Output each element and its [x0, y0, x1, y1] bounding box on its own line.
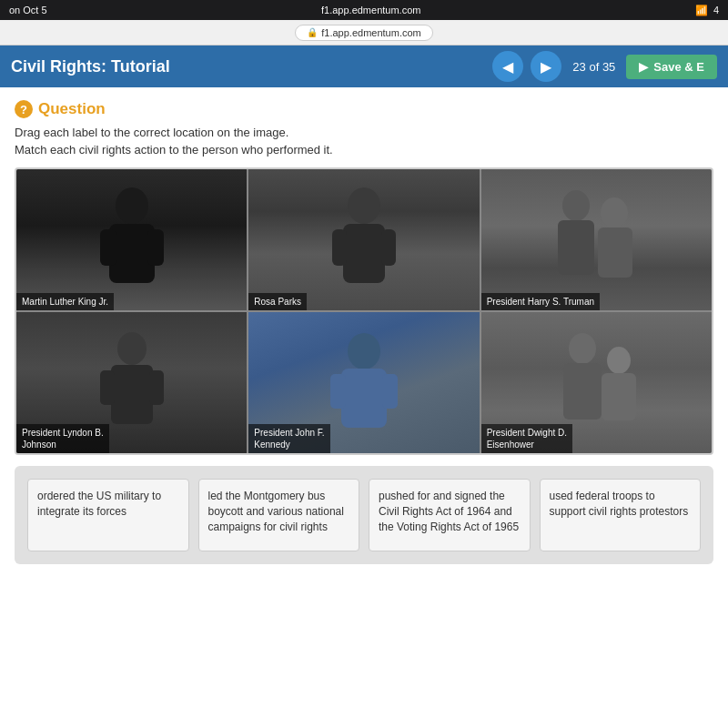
svg-point-16 [348, 333, 380, 369]
eisenhower-label: President Dwight D.Eisenhower [481, 424, 572, 453]
svg-point-20 [569, 333, 596, 364]
browser-chrome: 🔒 f1.app.edmentum.com [0, 20, 728, 46]
image-cell-rosa: Rosa Parks [248, 169, 479, 310]
mlk-label: Martin Luther King Jr. [16, 293, 114, 310]
labels-container: ordered the US military to integrate its… [15, 466, 713, 564]
instruction-1: Drag each label to the correct location … [15, 126, 713, 139]
drag-label-4[interactable]: used federal troops to support civil rig… [540, 479, 702, 551]
kennedy-figure [323, 329, 405, 438]
truman-figure [541, 186, 651, 295]
truman-photo [481, 169, 712, 310]
main-content: ? Question Drag each label to the correc… [0, 87, 728, 728]
url-text: f1.app.edmentum.com [321, 27, 420, 38]
svg-rect-21 [563, 363, 602, 420]
johnson-figure [91, 329, 173, 438]
image-grid: Martin Luther King Jr. Rosa Parks [16, 169, 712, 453]
svg-point-4 [348, 187, 380, 224]
svg-point-8 [562, 190, 590, 221]
url-bar: 🔒 f1.app.edmentum.com [295, 25, 432, 41]
truman-label: President Harry S. Truman [481, 293, 600, 310]
svg-rect-11 [598, 228, 632, 278]
svg-rect-23 [602, 373, 636, 420]
back-button[interactable]: ◀ [492, 51, 523, 82]
rosa-label: Rosa Parks [248, 293, 307, 310]
kennedy-label: President John F.Kennedy [248, 424, 329, 453]
svg-rect-17 [341, 369, 387, 428]
image-grid-container: Martin Luther King Jr. Rosa Parks [15, 167, 713, 455]
svg-rect-18 [330, 374, 346, 409]
drag-label-3[interactable]: pushed for and signed the Civil Rights A… [369, 479, 531, 551]
question-label: Question [38, 100, 106, 118]
drag-label-2[interactable]: led the Montgomery bus boycott and vario… [198, 479, 360, 551]
svg-rect-3 [147, 229, 164, 266]
svg-rect-14 [100, 370, 115, 405]
page-count: 23 of 35 [569, 60, 619, 74]
app-header: Civil Rights: Tutorial ◀ ▶ 23 of 35 ▶ Sa… [0, 46, 728, 87]
svg-point-10 [601, 197, 628, 228]
drag-label-1[interactable]: ordered the US military to integrate its… [27, 479, 189, 551]
battery-text: 4 [713, 5, 719, 15]
svg-rect-9 [558, 220, 594, 275]
status-bar: on Oct 5 f1.app.edmentum.com 📶 4 [0, 0, 728, 20]
svg-rect-7 [381, 229, 396, 266]
image-cell-johnson: President Lyndon B.Johnson [16, 312, 247, 453]
instruction-2: Match each civil rights action to the pe… [15, 143, 713, 157]
svg-point-22 [607, 347, 631, 374]
question-icon: ? [15, 100, 33, 118]
rosa-photo [248, 169, 479, 310]
image-cell-mlk: Martin Luther King Jr. [16, 169, 247, 310]
status-icons: 📶 4 [695, 5, 719, 16]
mlk-figure [91, 186, 173, 295]
eisenhower-figure [541, 329, 651, 438]
mlk-photo [16, 169, 247, 310]
image-cell-eisenhower: President Dwight D.Eisenhower [481, 312, 712, 453]
lock-icon: 🔒 [307, 27, 318, 37]
header-controls: ◀ ▶ 23 of 35 ▶ Save & E [492, 51, 717, 82]
save-icon: ▶ [639, 60, 648, 74]
forward-button[interactable]: ▶ [531, 51, 561, 82]
svg-rect-15 [149, 370, 164, 405]
question-header: ? Question [15, 100, 713, 118]
rosa-figure [323, 186, 405, 295]
image-cell-kennedy: President John F.Kennedy [248, 312, 479, 453]
svg-point-12 [117, 332, 147, 365]
status-time: on Oct 5 [9, 5, 47, 15]
svg-point-0 [116, 187, 148, 224]
svg-rect-19 [382, 374, 398, 409]
save-button[interactable]: ▶ Save & E [626, 55, 717, 79]
wifi-icon: 📶 [695, 5, 708, 16]
status-url: f1.app.edmentum.com [321, 5, 420, 15]
svg-rect-13 [111, 365, 153, 424]
johnson-label: President Lyndon B.Johnson [16, 424, 109, 453]
svg-rect-6 [332, 229, 347, 266]
svg-rect-2 [100, 229, 116, 266]
app-title: Civil Rights: Tutorial [11, 57, 170, 76]
image-cell-truman: President Harry S. Truman [481, 169, 712, 310]
svg-rect-5 [343, 224, 385, 283]
